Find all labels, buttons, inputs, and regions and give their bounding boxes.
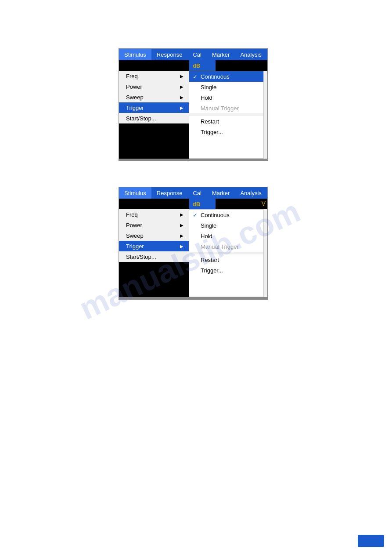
left-menu-2: Freq ▶ Power ▶ Sweep ▶ Trigger ▶ — [119, 209, 189, 297]
menu-bar-item-cal-2[interactable]: Cal — [187, 187, 207, 199]
menu-bar-item-marker-1[interactable]: Marker — [207, 49, 235, 60]
submenu-2-restart[interactable]: Restart — [189, 254, 263, 265]
menu-bar-item-cal-1[interactable]: Cal — [187, 49, 207, 60]
menu-1-power[interactable]: Power ▶ — [119, 81, 189, 92]
menu-bar-item-response-1[interactable]: Response — [151, 49, 188, 60]
menu-1: Stimulus Response Cal Marker Analysis dB — [119, 48, 268, 161]
menu-2-black-left — [119, 262, 189, 297]
menu-bar-item-stimulus-1[interactable]: Stimulus — [119, 49, 151, 60]
menu-1-toprow: dB — [119, 60, 267, 71]
menu-2-freq[interactable]: Freq ▶ — [119, 209, 189, 220]
sweep-arrow-1: ▶ — [180, 95, 183, 100]
menu-1-left-header — [119, 60, 189, 71]
menu-bar-item-marker-2[interactable]: Marker — [207, 187, 235, 199]
menu-1-startstop[interactable]: Start/Stop... — [119, 113, 189, 123]
page: Stimulus Response Cal Marker Analysis dB — [0, 0, 392, 555]
menu-2-power[interactable]: Power ▶ — [119, 220, 189, 230]
submenu-1-single[interactable]: Single — [189, 82, 263, 92]
submenu-2: ✓ Continuous Single Hold Manual Trigger — [189, 209, 264, 297]
menu-bar-item-response-2[interactable]: Response — [151, 187, 188, 199]
menu-1-bottom — [119, 159, 267, 161]
menu-1-trigger[interactable]: Trigger ▶ — [119, 102, 189, 113]
submenu-1-manual-trigger: Manual Trigger — [189, 103, 263, 113]
submenu-1-restart[interactable]: Restart — [189, 116, 263, 127]
menu-1-sweep[interactable]: Sweep ▶ — [119, 92, 189, 102]
freq-arrow-1: ▶ — [180, 74, 183, 79]
submenu-2-hold[interactable]: Hold — [189, 231, 263, 241]
submenu-2-single[interactable]: Single — [189, 220, 263, 231]
menu-2-sweep[interactable]: Sweep ▶ — [119, 230, 189, 241]
menu-2-container: Stimulus Response Cal Marker Analysis dB… — [119, 187, 268, 300]
menu-1-container: Stimulus Response Cal Marker Analysis dB — [119, 48, 268, 161]
power-arrow-1: ▶ — [180, 84, 183, 89]
menu-2-body: Freq ▶ Power ▶ Sweep ▶ Trigger ▶ — [119, 209, 267, 297]
menu-bar-1: Stimulus Response Cal Marker Analysis — [119, 49, 267, 60]
submenu-1-continuous[interactable]: ✓ Continuous — [189, 71, 263, 82]
submenu-1-trigger-dots[interactable]: Trigger... — [189, 127, 263, 137]
menu-bar-item-analysis-2[interactable]: Analysis — [235, 187, 266, 199]
submenu-2-trigger-dots[interactable]: Trigger... — [189, 265, 263, 276]
menu-2-startstop[interactable]: Start/Stop... — [119, 251, 189, 262]
menu-bar-item-stimulus-2[interactable]: Stimulus — [119, 187, 151, 199]
sweep-arrow-2: ▶ — [180, 233, 183, 238]
db-label-2: dB — [189, 199, 216, 209]
trigger-arrow-1: ▶ — [180, 105, 183, 110]
continuous-check-1: ✓ — [193, 73, 201, 80]
trigger-arrow-2: ▶ — [180, 244, 183, 249]
power-arrow-2: ▶ — [180, 223, 183, 228]
continuous-check-2: ✓ — [193, 212, 201, 218]
menu-bar-2: Stimulus Response Cal Marker Analysis — [119, 187, 267, 199]
menu-1-body: Freq ▶ Power ▶ Sweep ▶ Trigger ▶ — [119, 71, 267, 159]
corner-badge — [358, 535, 384, 547]
submenu-1: ✓ Continuous Single Hold Manual Trigger — [189, 71, 264, 159]
v-marker: V — [262, 200, 266, 207]
menu-1-right-header — [216, 60, 267, 71]
submenu-2-continuous[interactable]: ✓ Continuous — [189, 210, 263, 220]
submenu-2-manual-trigger: Manual Trigger — [189, 241, 263, 252]
menu-bar-item-analysis-1[interactable]: Analysis — [235, 49, 266, 60]
db-label-1: dB — [189, 60, 216, 71]
submenu-1-hold[interactable]: Hold — [189, 92, 263, 103]
menu-2-left-header — [119, 199, 189, 209]
menu-1-freq[interactable]: Freq ▶ — [119, 71, 189, 81]
left-menu-1: Freq ▶ Power ▶ Sweep ▶ Trigger ▶ — [119, 71, 189, 159]
menu-2: Stimulus Response Cal Marker Analysis dB… — [119, 187, 268, 300]
menu-2-trigger[interactable]: Trigger ▶ — [119, 241, 189, 251]
menu-1-black-left — [119, 123, 189, 159]
menu-2-toprow: dB V — [119, 199, 267, 209]
freq-arrow-2: ▶ — [180, 212, 183, 217]
menu-2-bottom — [119, 297, 267, 299]
menu-2-right-header: V — [216, 199, 267, 209]
